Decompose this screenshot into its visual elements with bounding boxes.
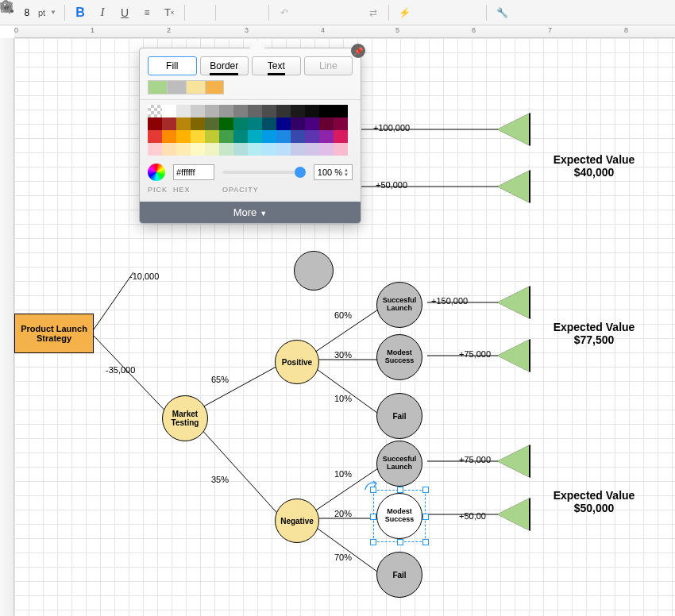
fail-node-2[interactable]: Fail [376, 552, 422, 598]
swatch[interactable] [334, 143, 348, 156]
positive-node[interactable]: Positive [275, 340, 319, 384]
swatch[interactable] [319, 143, 334, 156]
arrow-style-button[interactable] [341, 2, 361, 23]
swatch[interactable] [219, 105, 233, 117]
color-wheel-icon[interactable] [148, 164, 165, 181]
swatch[interactable] [219, 143, 233, 156]
swap-direction-button[interactable]: ⇄ [363, 2, 384, 23]
swatch[interactable] [176, 143, 191, 156]
swatch[interactable] [191, 143, 205, 156]
swatch[interactable] [205, 143, 219, 156]
swatch-transparent[interactable] [148, 105, 162, 117]
tab-border[interactable]: Border [200, 56, 249, 75]
swatch[interactable] [162, 143, 176, 156]
swatch[interactable] [262, 105, 276, 117]
swatch[interactable] [219, 130, 233, 143]
swatch[interactable] [248, 130, 262, 143]
swatch[interactable] [276, 143, 291, 156]
swatch[interactable] [334, 117, 348, 130]
negative-node[interactable]: Negative [275, 499, 319, 543]
recent-swatch[interactable] [148, 80, 167, 94]
swatch[interactable] [233, 143, 248, 156]
swatch[interactable] [191, 117, 205, 130]
hex-input[interactable] [173, 164, 214, 180]
italic-button[interactable]: I [92, 2, 113, 23]
line-style-2-button[interactable] [318, 2, 339, 23]
underline-button[interactable]: U [114, 2, 135, 23]
swatch[interactable] [162, 105, 176, 117]
opacity-slider[interactable] [222, 171, 306, 174]
swatch[interactable] [162, 130, 176, 143]
swatch[interactable] [205, 117, 219, 130]
bold-button[interactable]: B [70, 2, 91, 23]
swatch[interactable] [334, 105, 348, 117]
swatch[interactable] [262, 143, 276, 156]
align-shape-button[interactable] [221, 2, 241, 23]
swatch[interactable] [291, 130, 305, 143]
swatch[interactable] [191, 130, 205, 143]
swatch[interactable] [205, 130, 219, 143]
font-size-input[interactable] [17, 7, 37, 18]
stepper-icon[interactable]: ▲▼ [344, 167, 349, 177]
swatch[interactable] [319, 130, 334, 143]
snap-button[interactable] [416, 2, 437, 23]
swatch[interactable] [305, 105, 319, 117]
swatch[interactable] [176, 117, 191, 130]
align-button[interactable]: ≡ [137, 2, 157, 23]
swatch[interactable] [291, 105, 305, 117]
swatch[interactable] [248, 143, 262, 156]
swatch[interactable] [291, 143, 305, 156]
succesful-launch-node[interactable]: SuccesfulLaunch [376, 282, 422, 328]
swatch[interactable] [276, 117, 291, 130]
root-node[interactable]: Product Launch Strategy [14, 314, 94, 353]
modest-success-node[interactable]: ModestSuccess [376, 334, 422, 380]
succesful-launch-node-2[interactable]: SuccesfulLaunch [376, 441, 422, 487]
swatch[interactable] [248, 105, 262, 117]
swatch[interactable] [148, 143, 162, 156]
slider-thumb[interactable] [295, 167, 306, 178]
fail-node[interactable]: Fail [376, 393, 422, 439]
distribute-button[interactable] [243, 2, 264, 23]
settings-button[interactable]: 🔧 [492, 2, 512, 23]
info-button[interactable]: i [461, 2, 481, 23]
swatch[interactable] [248, 117, 262, 130]
swatch[interactable] [148, 117, 162, 130]
line-style-1-button[interactable] [296, 2, 317, 23]
more-button[interactable]: More▼ [140, 202, 361, 223]
font-family-dropdown[interactable]: ▼ [3, 9, 16, 16]
recent-swatch[interactable] [186, 80, 205, 94]
tab-text[interactable]: Text [252, 56, 301, 75]
font-size-dropdown[interactable]: ▼ [47, 9, 60, 16]
swatch[interactable] [291, 117, 305, 130]
swatch[interactable] [219, 117, 233, 130]
tab-fill[interactable]: Fill [148, 56, 197, 75]
swatch[interactable] [334, 130, 348, 143]
opacity-value[interactable]: 100 % ▲▼ [314, 164, 353, 180]
swatch[interactable] [276, 105, 291, 117]
fill-color-button[interactable] [190, 2, 210, 23]
swatch[interactable] [233, 105, 248, 117]
swatch[interactable] [305, 117, 319, 130]
swatch[interactable] [148, 130, 162, 143]
lock-button[interactable] [438, 2, 459, 23]
recent-swatch[interactable] [205, 80, 224, 94]
swatch[interactable] [305, 130, 319, 143]
swatch[interactable] [319, 105, 334, 117]
auto-button[interactable]: ⚡ [394, 2, 415, 23]
swatch[interactable] [191, 105, 205, 117]
swatch[interactable] [262, 117, 276, 130]
swatch[interactable] [276, 130, 291, 143]
swatch[interactable] [233, 117, 248, 130]
swatch[interactable] [162, 117, 176, 130]
swatch[interactable] [305, 143, 319, 156]
swatch[interactable] [319, 117, 334, 130]
outcome-node-partial[interactable] [294, 251, 334, 291]
swatch[interactable] [176, 130, 191, 143]
undo-curve-button[interactable]: ↶ [274, 2, 295, 23]
recent-swatch[interactable] [167, 80, 186, 94]
swatch[interactable] [205, 105, 219, 117]
swatch[interactable] [233, 130, 248, 143]
text-format-button[interactable]: Tx [159, 2, 179, 23]
market-testing-node[interactable]: MarketTesting [162, 395, 208, 441]
pin-icon[interactable]: 📌 [351, 44, 365, 58]
